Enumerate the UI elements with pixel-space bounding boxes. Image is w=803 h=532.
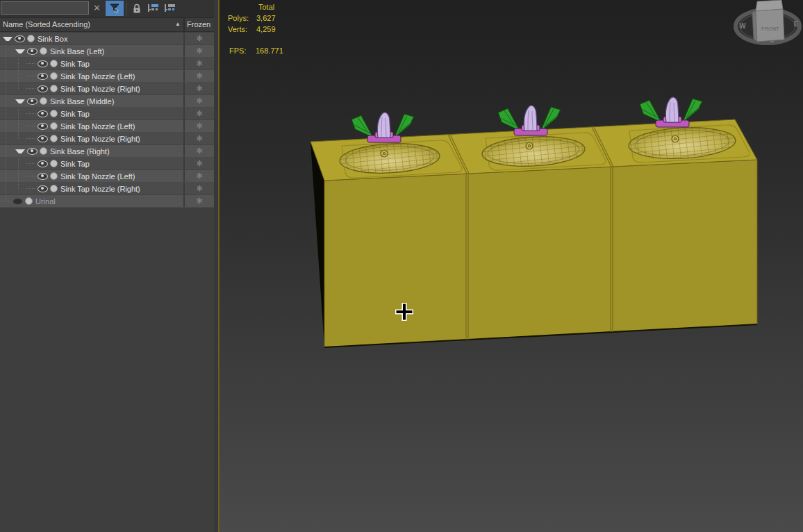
visibility-eye-closed-icon[interactable] [13,197,23,206]
snowflake-icon: ✻ [196,122,202,130]
tree-row-label: Sink Tap [60,160,90,168]
viewcube[interactable]: W S E FRONT [736,0,800,44]
tree-connector [26,63,35,64]
collapse-hierarchy-button[interactable] [162,1,177,16]
lock-button[interactable] [130,1,144,16]
tree-row-sink-tap-nozzle-right[interactable]: Sink Tap Nozzle (Right) ✻ [0,183,214,195]
frozen-column-header[interactable]: Frozen [187,20,210,28]
visibility-eye-icon[interactable] [38,184,48,193]
sink-box-model[interactable] [311,97,757,347]
object-dot-icon [27,35,35,42]
visibility-eye-icon[interactable] [38,109,48,118]
object-dot-icon [50,72,58,80]
tree-row-label: Sink Tap Nozzle (Right) [60,135,140,143]
tree-row-sink-box[interactable]: Sink Box ✻ [0,33,214,45]
frozen-toggle[interactable]: ✻ [183,83,214,94]
frozen-toggle[interactable]: ✻ [183,158,214,169]
frozen-toggle[interactable]: ✻ [183,170,214,182]
tree-row-sink-tap[interactable]: Sink Tap ✻ [0,58,214,70]
frozen-toggle[interactable]: ✻ [183,133,214,144]
tree-row-label: Urinal [35,197,56,206]
visibility-eye-icon[interactable] [38,59,48,68]
name-column-header[interactable]: Name (Sorted Ascending) [3,20,90,28]
explorer-toolbar: ✕ [0,0,218,17]
snowflake-icon: ✻ [196,85,202,92]
collapse-arrow-icon[interactable] [15,99,25,103]
tree-connector [26,176,35,176]
tree-connector [26,126,35,126]
tree-row-sink-base-left[interactable]: Sink Base (Left) ✻ [0,45,214,58]
stats-polys-label: Polys: [228,14,249,22]
frozen-toggle[interactable]: ✻ [183,95,214,107]
snowflake-icon: ✻ [196,97,202,105]
viewcube-west-label[interactable]: W [739,22,746,30]
frozen-toggle[interactable]: ✻ [183,195,214,207]
tree-row-sink-base-right[interactable]: Sink Base (Right) ✻ [0,145,214,158]
search-input[interactable] [1,1,89,15]
tree-row-sink-tap-nozzle-left[interactable]: Sink Tap Nozzle (Left) ✻ [0,120,214,133]
tree-connector [26,138,35,139]
collapse-arrow-icon[interactable] [15,49,25,53]
tree-row-label: Sink Tap Nozzle (Left) [60,172,135,181]
tree-row-label: Sink Tap [60,60,90,68]
frozen-toggle[interactable]: ✻ [183,45,214,57]
frozen-toggle[interactable]: ✻ [183,145,214,157]
tree-guide-line [18,108,19,139]
snowflake-icon: ✻ [196,47,202,55]
frozen-toggle[interactable]: ✻ [183,108,214,119]
object-dot-icon [50,122,58,130]
object-dot-icon [40,147,47,155]
visibility-eye-icon[interactable] [27,147,38,156]
visibility-eye-icon[interactable] [38,172,48,181]
collapse-arrow-icon[interactable] [15,149,25,153]
clear-search-button[interactable]: ✕ [91,2,103,14]
lock-icon [132,3,142,14]
viewcube-east-label[interactable]: E [794,20,799,28]
stats-total-header: Total [258,3,274,11]
visibility-eye-icon[interactable] [27,97,38,106]
visibility-eye-icon[interactable] [38,134,48,143]
frozen-toggle[interactable]: ✻ [183,33,214,44]
tree-row-sink-tap-nozzle-left[interactable]: Sink Tap Nozzle (Left) ✻ [0,170,214,183]
snowflake-icon: ✻ [196,172,202,180]
snowflake-icon: ✻ [196,197,202,205]
scene-explorer-panel: ✕ [0,0,218,532]
snowflake-icon: ✻ [196,185,202,192]
visibility-eye-icon[interactable] [27,47,38,56]
frozen-toggle[interactable]: ✻ [183,70,214,82]
visibility-eye-icon[interactable] [38,122,48,131]
collapse-arrow-icon[interactable] [3,37,13,41]
object-dot-icon [40,97,47,105]
object-dot-icon [50,110,58,117]
frozen-toggle[interactable]: ✻ [183,120,214,132]
tree-row-urinal[interactable]: Urinal ✻ [0,195,214,208]
tree-row-label: Sink Tap Nozzle (Right) [60,185,140,193]
viewcube-front-face-label[interactable]: FRONT [761,26,779,32]
object-dot-icon [50,185,58,192]
tree-row-sink-tap-nozzle-right[interactable]: Sink Tap Nozzle (Right) ✻ [0,133,214,145]
stats-verts-value: 4,259 [256,25,276,33]
selection-filter-button[interactable] [106,1,124,16]
object-dot-icon [50,135,58,142]
tree-connector [26,163,35,164]
tree-row-sink-tap[interactable]: Sink Tap ✻ [0,108,214,120]
tree-row-sink-base-middle[interactable]: Sink Base (Middle) ✻ [0,95,214,108]
tree-row-sink-tap-nozzle-right[interactable]: Sink Tap Nozzle (Right) ✻ [0,83,214,95]
visibility-eye-icon[interactable] [38,72,48,81]
visibility-eye-icon[interactable] [15,34,25,43]
frozen-toggle[interactable]: ✻ [183,58,214,69]
visibility-eye-icon[interactable] [38,84,48,93]
tree-connector [26,88,35,89]
tree-row-label: Sink Base (Right) [50,147,110,156]
hierarchy-gray-bar-icon [163,3,176,14]
column-headers[interactable]: Name (Sorted Ascending) ▲ Frozen [0,17,218,32]
tree-connector [26,188,35,189]
tree-row-sink-tap-nozzle-left[interactable]: Sink Tap Nozzle (Left) ✻ [0,70,214,83]
tree-row-sink-tap[interactable]: Sink Tap ✻ [0,158,214,170]
app-window: ✕ [0,0,803,532]
visibility-eye-icon[interactable] [38,159,48,168]
expand-hierarchy-button[interactable] [145,1,160,16]
frozen-toggle[interactable]: ✻ [183,183,214,194]
funnel-cursor-icon [108,2,121,15]
viewport-3d[interactable]: W S E FRONT Total Polys: 3,627 Verts: 4,… [220,0,803,532]
